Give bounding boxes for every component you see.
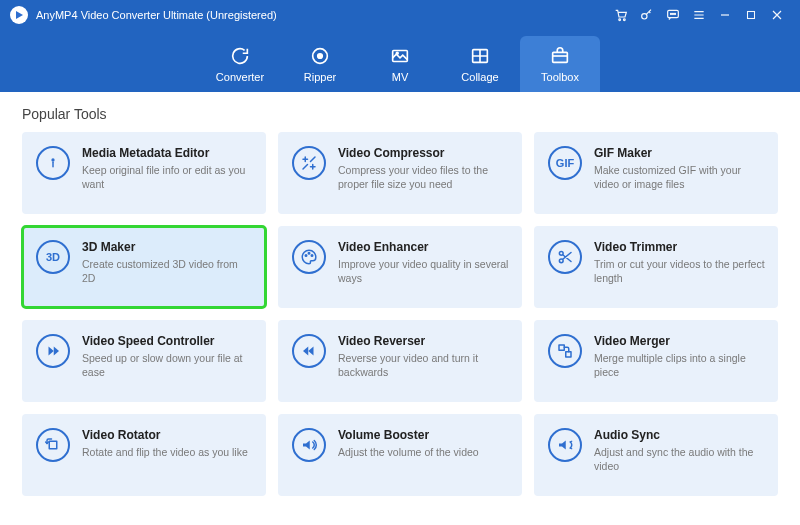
ripper-icon — [309, 45, 331, 67]
svg-point-9 — [318, 54, 323, 59]
svg-rect-20 — [559, 345, 564, 350]
tool-desc: Make customized GIF with your video or i… — [594, 163, 766, 191]
converter-icon — [229, 45, 251, 67]
tool-desc: Speed up or slow down your file at ease — [82, 351, 254, 379]
tool-card[interactable]: Video TrimmerTrim or cut your videos to … — [534, 226, 778, 308]
nav-converter[interactable]: Converter — [200, 36, 280, 92]
nav-toolbox[interactable]: Toolbox — [520, 36, 600, 92]
nav-label: Collage — [461, 71, 498, 83]
tool-title: 3D Maker — [82, 240, 254, 254]
tool-desc: Adjust and sync the audio with the video — [594, 445, 766, 473]
tool-desc: Improve your video quality in several wa… — [338, 257, 510, 285]
nav-label: Ripper — [304, 71, 336, 83]
nav-ripper[interactable]: Ripper — [280, 36, 360, 92]
tool-title: Volume Booster — [338, 428, 510, 442]
tool-title: Video Compressor — [338, 146, 510, 160]
cart-icon[interactable] — [608, 2, 634, 28]
tool-title: Video Reverser — [338, 334, 510, 348]
speed-icon — [36, 334, 70, 368]
tool-title: Media Metadata Editor — [82, 146, 254, 160]
svg-point-0 — [619, 19, 621, 21]
svg-point-1 — [623, 19, 625, 21]
tool-title: Audio Sync — [594, 428, 766, 442]
tool-desc: Reverse your video and turn it backwards — [338, 351, 510, 379]
tool-desc: Compress your video files to the proper … — [338, 163, 510, 191]
nav-label: MV — [392, 71, 409, 83]
svg-point-6 — [674, 13, 675, 14]
title-bar: AnyMP4 Video Converter Ultimate (Unregis… — [0, 0, 800, 30]
main-nav: Converter Ripper MV Collage Toolbox — [0, 30, 800, 92]
tool-desc: Create customized 3D video from 2D — [82, 257, 254, 285]
tool-card[interactable]: 3D3D MakerCreate customized 3D video fro… — [22, 226, 266, 308]
nav-mv[interactable]: MV — [360, 36, 440, 92]
tool-card[interactable]: Volume BoosterAdjust the volume of the v… — [278, 414, 522, 496]
svg-rect-7 — [748, 12, 755, 19]
tool-grid: Media Metadata EditorKeep original file … — [22, 132, 778, 496]
rotate-icon — [36, 428, 70, 462]
tool-title: Video Enhancer — [338, 240, 510, 254]
tool-card[interactable]: Audio SyncAdjust and sync the audio with… — [534, 414, 778, 496]
key-icon[interactable] — [634, 2, 660, 28]
svg-rect-22 — [49, 441, 57, 449]
tool-card[interactable]: Video Speed ControllerSpeed up or slow d… — [22, 320, 266, 402]
tool-card[interactable]: Video EnhancerImprove your video quality… — [278, 226, 522, 308]
feedback-icon[interactable] — [660, 2, 686, 28]
sync-icon — [548, 428, 582, 462]
minimize-icon[interactable] — [712, 2, 738, 28]
merge-icon — [548, 334, 582, 368]
scissors-icon — [548, 240, 582, 274]
nav-collage[interactable]: Collage — [440, 36, 520, 92]
svg-point-14 — [52, 159, 54, 161]
content-area: Popular Tools Media Metadata EditorKeep … — [0, 92, 800, 506]
info-icon — [36, 146, 70, 180]
svg-point-5 — [672, 13, 673, 14]
section-title: Popular Tools — [22, 106, 778, 122]
nav-label: Toolbox — [541, 71, 579, 83]
svg-point-4 — [670, 13, 671, 14]
svg-rect-21 — [566, 352, 571, 357]
maximize-icon[interactable] — [738, 2, 764, 28]
svg-point-11 — [396, 52, 398, 54]
tool-card[interactable]: GIFGIF MakerMake customized GIF with you… — [534, 132, 778, 214]
compress-icon — [292, 146, 326, 180]
tool-title: Video Speed Controller — [82, 334, 254, 348]
svg-point-15 — [305, 255, 307, 257]
svg-point-2 — [642, 14, 647, 19]
mv-icon — [389, 45, 411, 67]
tool-card[interactable]: Video ReverserReverse your video and tur… — [278, 320, 522, 402]
toolbox-icon — [549, 45, 571, 67]
tool-desc: Trim or cut your videos to the perfect l… — [594, 257, 766, 285]
svg-point-17 — [311, 255, 313, 257]
close-icon[interactable] — [764, 2, 790, 28]
tool-desc: Rotate and flip the video as you like — [82, 445, 254, 459]
tool-title: Video Trimmer — [594, 240, 766, 254]
tool-desc: Merge multiple clips into a single piece — [594, 351, 766, 379]
nav-label: Converter — [216, 71, 264, 83]
volume-icon — [292, 428, 326, 462]
3d-icon: 3D — [36, 240, 70, 274]
svg-point-16 — [308, 253, 310, 255]
palette-icon — [292, 240, 326, 274]
app-logo — [10, 6, 28, 24]
tool-desc: Keep original file info or edit as you w… — [82, 163, 254, 191]
collage-icon — [469, 45, 491, 67]
window-title: AnyMP4 Video Converter Ultimate (Unregis… — [36, 9, 277, 21]
gif-icon: GIF — [548, 146, 582, 180]
svg-rect-13 — [553, 52, 568, 62]
tool-card[interactable]: Video MergerMerge multiple clips into a … — [534, 320, 778, 402]
tool-title: Video Rotator — [82, 428, 254, 442]
rewind-icon — [292, 334, 326, 368]
tool-title: Video Merger — [594, 334, 766, 348]
tool-desc: Adjust the volume of the video — [338, 445, 510, 459]
tool-card[interactable]: Media Metadata EditorKeep original file … — [22, 132, 266, 214]
tool-card[interactable]: Video RotatorRotate and flip the video a… — [22, 414, 266, 496]
menu-icon[interactable] — [686, 2, 712, 28]
tool-title: GIF Maker — [594, 146, 766, 160]
tool-card[interactable]: Video CompressorCompress your video file… — [278, 132, 522, 214]
